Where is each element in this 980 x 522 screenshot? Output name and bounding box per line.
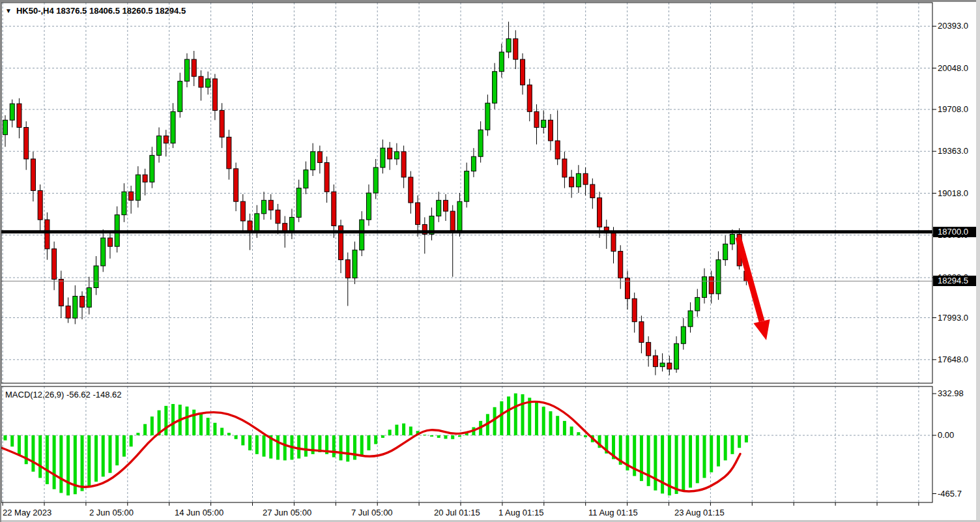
macd-histogram-bar bbox=[458, 435, 461, 437]
time-axis-label: 2 Jun 05:00 bbox=[89, 508, 134, 517]
bullish-candle bbox=[457, 201, 462, 231]
macd-histogram-bar bbox=[689, 435, 692, 487]
bullish-candle bbox=[723, 244, 728, 259]
bullish-candle bbox=[681, 326, 685, 343]
down-arrow-shaft[interactable] bbox=[738, 237, 762, 321]
window-border-top bbox=[0, 0, 980, 2]
bearish-candle bbox=[555, 141, 560, 159]
bullish-candle bbox=[171, 111, 175, 143]
macd-histogram-bar bbox=[661, 435, 664, 493]
bearish-candle bbox=[324, 163, 329, 192]
bullish-candle bbox=[311, 152, 315, 170]
time-axis-label: 22 May 2023 bbox=[3, 508, 51, 517]
bearish-candle bbox=[598, 198, 602, 227]
macd-histogram-bar bbox=[570, 427, 573, 435]
bullish-candle bbox=[255, 214, 259, 232]
bullish-candle bbox=[262, 200, 267, 214]
bearish-candle bbox=[276, 210, 280, 224]
time-axis-label: 23 Aug 01:15 bbox=[674, 508, 725, 517]
bullish-candle bbox=[353, 250, 357, 278]
bearish-candle bbox=[534, 111, 539, 127]
macd-histogram-bar bbox=[500, 401, 503, 435]
bearish-candle bbox=[345, 260, 350, 278]
down-arrow-head[interactable] bbox=[753, 319, 770, 340]
macd-histogram-bar bbox=[451, 435, 454, 439]
bearish-candle bbox=[38, 190, 42, 220]
macd-histogram-bar bbox=[102, 435, 105, 476]
bearish-candle bbox=[709, 277, 713, 294]
macd-histogram-bar bbox=[304, 435, 308, 457]
bearish-candle bbox=[450, 211, 455, 231]
macd-histogram-bar bbox=[724, 435, 727, 460]
macd-histogram-bar bbox=[66, 435, 70, 495]
bullish-candle bbox=[702, 277, 707, 298]
macd-histogram-bar bbox=[199, 413, 203, 435]
bearish-candle bbox=[332, 192, 336, 225]
price-tick-label: 19018.0 bbox=[938, 188, 968, 198]
bearish-candle bbox=[52, 249, 57, 280]
bullish-candle bbox=[289, 217, 294, 231]
bullish-candle bbox=[360, 220, 364, 250]
macd-histogram-bar bbox=[514, 394, 517, 435]
macd-histogram-bar bbox=[717, 435, 720, 467]
macd-histogram-bar bbox=[563, 421, 566, 435]
bearish-candle bbox=[548, 120, 553, 141]
macd-histogram-bar bbox=[339, 435, 343, 460]
macd-histogram-bar bbox=[430, 435, 433, 437]
bearish-candle bbox=[521, 59, 525, 85]
time-axis-label: 11 Aug 01:15 bbox=[588, 508, 638, 517]
macd-histogram-bar bbox=[682, 435, 685, 491]
bearish-candle bbox=[192, 59, 196, 76]
macd-histogram-bar bbox=[59, 435, 63, 493]
macd-histogram-bar bbox=[235, 435, 238, 439]
bearish-candle bbox=[164, 136, 168, 143]
bearish-candle bbox=[143, 175, 147, 182]
macd-histogram-bar bbox=[556, 416, 559, 435]
bearish-candle bbox=[443, 200, 448, 211]
macd-histogram-bar bbox=[263, 435, 266, 457]
bearish-candle bbox=[632, 298, 637, 321]
bearish-candle bbox=[401, 152, 406, 177]
bearish-candle bbox=[388, 148, 392, 159]
macd-histogram-bar bbox=[332, 435, 336, 457]
bearish-candle bbox=[199, 76, 203, 87]
macd-histogram-bar bbox=[507, 396, 510, 435]
bearish-candle bbox=[653, 356, 657, 367]
macd-histogram-bar bbox=[640, 435, 643, 481]
symbol-ohlc-text: HK50-,H4 18376.5 18406.5 18260.5 18294.5 bbox=[16, 6, 186, 16]
bearish-candle bbox=[45, 220, 50, 249]
bullish-candle bbox=[695, 297, 700, 311]
bullish-candle bbox=[206, 79, 210, 87]
bullish-candle bbox=[465, 171, 469, 202]
bullish-candle bbox=[478, 130, 483, 156]
bullish-candle bbox=[101, 238, 106, 266]
bearish-candle bbox=[569, 177, 574, 187]
bearish-candle bbox=[129, 192, 134, 200]
price-tick-label: 19363.0 bbox=[938, 146, 968, 156]
macd-histogram-bar bbox=[283, 435, 287, 460]
bearish-candle bbox=[562, 159, 567, 177]
macd-histogram-bar bbox=[94, 435, 98, 482]
macd-histogram-bar bbox=[164, 406, 167, 435]
bearish-candle bbox=[590, 184, 595, 198]
bullish-candle bbox=[184, 59, 189, 81]
macd-histogram-bar bbox=[549, 411, 552, 435]
macd-tick-label: -465.7 bbox=[938, 489, 962, 499]
price-tick-label: 19708.0 bbox=[938, 104, 968, 114]
bearish-candle bbox=[646, 342, 651, 356]
macd-indicator-label: MACD(12,26,9) -56.62 -148.62 bbox=[5, 390, 121, 399]
macd-histogram-bar bbox=[521, 394, 525, 435]
mt4-chart-window: ▼ HK50-,H4 18376.5 18406.5 18260.5 18294… bbox=[0, 0, 980, 522]
bullish-candle bbox=[506, 38, 511, 52]
price-tick-label: 17993.0 bbox=[938, 313, 968, 323]
bearish-candle bbox=[17, 104, 22, 127]
macd-histogram-bar bbox=[151, 416, 154, 435]
bullish-candle bbox=[394, 152, 399, 159]
macd-histogram-bar bbox=[185, 407, 188, 435]
bullish-candle bbox=[674, 343, 679, 369]
bullish-candle bbox=[157, 136, 162, 156]
bullish-candle bbox=[296, 188, 301, 218]
macd-histogram-bar bbox=[31, 435, 35, 472]
bullish-candle bbox=[493, 72, 497, 103]
chart-canvas[interactable] bbox=[0, 0, 980, 522]
